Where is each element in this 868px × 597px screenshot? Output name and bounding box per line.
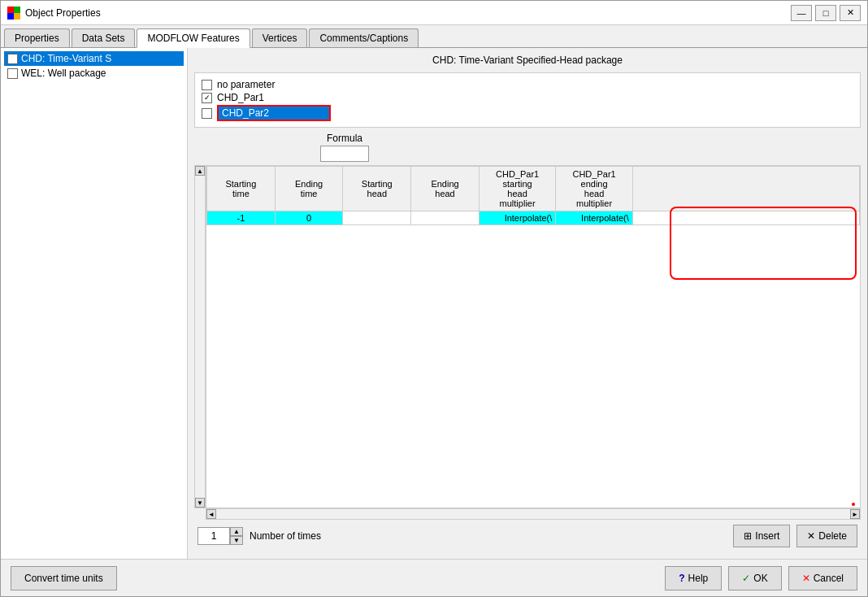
scroll-up-arrow[interactable]: ▲ <box>195 166 205 176</box>
tab-properties[interactable]: Properties <box>4 28 70 47</box>
data-table: Startingtime Endingtime Startinghead End… <box>206 166 860 225</box>
ok-label: OK <box>753 573 767 584</box>
delete-label: Delete <box>818 530 847 542</box>
insert-icon: ⊞ <box>744 530 752 542</box>
vertical-scrollbar[interactable]: ▲ ▼ <box>194 165 206 508</box>
window-title: Object Properties <box>25 7 101 19</box>
wel-label: WEL: Well package <box>21 68 106 79</box>
chd-checkbox[interactable] <box>7 54 18 64</box>
svg-rect-0 <box>7 7 14 13</box>
svg-rect-2 <box>7 13 14 20</box>
chd-par2-checkbox[interactable] <box>202 108 212 119</box>
tab-comments[interactable]: Comments/Captions <box>309 28 419 47</box>
cancel-icon: ✕ <box>802 573 810 584</box>
cell-starting-head[interactable] <box>343 211 411 225</box>
horizontal-scrollbar[interactable]: ◄ ► <box>206 508 861 520</box>
no-param-checkbox[interactable] <box>202 80 212 90</box>
spinner-input[interactable]: 1 <box>197 527 230 545</box>
insert-button[interactable]: ⊞ Insert <box>733 525 790 547</box>
col-starting-head: Startinghead <box>343 167 411 211</box>
ok-button[interactable]: ✓ OK <box>728 566 781 590</box>
param-no-parameter[interactable]: no parameter <box>202 78 853 91</box>
number-of-times-label: Number of times <box>250 530 321 542</box>
footer-left: Convert time units <box>11 566 117 590</box>
col-chd-par1-ending: CHD_Par1endingheadmultiplier <box>556 167 632 211</box>
chd-par1-label: CHD_Par1 <box>217 92 264 103</box>
param-chd-par1[interactable]: CHD_Par1 <box>202 91 853 104</box>
cancel-button[interactable]: ✕ Cancel <box>788 566 857 590</box>
help-button[interactable]: ? Help <box>665 566 722 590</box>
minimize-button[interactable]: — <box>791 5 812 21</box>
right-panel: CHD: Time-Variant Specified-Head package… <box>188 48 867 559</box>
scroll-left-arrow[interactable]: ◄ <box>206 509 216 519</box>
col-ending-head: Endinghead <box>411 167 480 211</box>
no-param-label: no parameter <box>217 79 275 90</box>
table-section: Startingtime Endingtime Startinghead End… <box>206 165 861 508</box>
col-starting-time: Startingtime <box>207 167 276 211</box>
convert-time-units-button[interactable]: Convert time units <box>11 566 117 590</box>
delete-button[interactable]: ✕ Delete <box>796 525 857 547</box>
chd-label: CHD: Time-Variant S <box>21 53 111 64</box>
tab-datasets[interactable]: Data Sets <box>72 28 136 47</box>
spinner-down[interactable]: ▼ <box>230 536 243 545</box>
tab-modflow[interactable]: MODFLOW Features <box>137 28 250 48</box>
formula-area: Formula <box>194 133 861 162</box>
cancel-label: Cancel <box>814 573 844 584</box>
cell-starting-time[interactable]: -1 <box>207 211 276 225</box>
spinner-wrap: 1 ▲ ▼ <box>197 527 243 545</box>
table-wrapper: ▲ ▼ Startingtime Endingtime Startinghead <box>194 165 861 552</box>
cell-ending-time[interactable]: 0 <box>275 211 343 225</box>
title-bar: Object Properties — □ ✕ <box>1 1 867 25</box>
maximize-button[interactable]: □ <box>815 5 836 21</box>
footer: Convert time units ? Help ✓ OK ✕ Cancel <box>1 559 867 596</box>
bottom-controls: 1 ▲ ▼ Number of times ⊞ Insert ✕ <box>194 520 861 552</box>
scroll-right-arrow[interactable]: ► <box>850 509 860 519</box>
ok-icon: ✓ <box>742 573 750 584</box>
close-button[interactable]: ✕ <box>840 5 861 21</box>
formula-input[interactable] <box>320 146 369 162</box>
title-bar-buttons: — □ ✕ <box>791 5 861 21</box>
horizontal-scroll-area: ◄ ► <box>206 508 861 520</box>
formula-label: Formula <box>327 133 362 144</box>
tab-bar: Properties Data Sets MODFLOW Features Ve… <box>1 25 867 48</box>
app-icon <box>7 7 20 20</box>
cell-ending-head[interactable] <box>411 211 480 225</box>
insert-label: Insert <box>755 530 779 542</box>
svg-rect-3 <box>14 13 20 20</box>
chd-par1-checkbox[interactable] <box>202 93 212 103</box>
spinner-up[interactable]: ▲ <box>230 527 243 536</box>
scroll-down-arrow[interactable]: ▼ <box>195 498 205 508</box>
cell-extra <box>632 211 859 225</box>
left-panel: CHD: Time-Variant S WEL: Well package <box>1 48 188 559</box>
help-icon: ? <box>679 573 684 584</box>
tree-item-wel[interactable]: WEL: Well package <box>4 66 184 81</box>
tab-vertices[interactable]: Vertices <box>252 28 308 47</box>
main-window: Object Properties — □ ✕ Properties Data … <box>0 0 868 597</box>
content-area: CHD: Time-Variant S WEL: Well package CH… <box>1 48 867 559</box>
help-label: Help <box>688 573 709 584</box>
convert-time-units-label: Convert time units <box>24 573 103 584</box>
tree-item-chd[interactable]: CHD: Time-Variant S <box>4 51 184 66</box>
chd-par2-label: CHD_Par2 <box>217 105 331 121</box>
footer-right: ? Help ✓ OK ✕ Cancel <box>665 566 857 590</box>
title-bar-left: Object Properties <box>7 7 101 20</box>
col-chd-par1-starting: CHD_Par1startingheadmultiplier <box>479 167 555 211</box>
panel-title: CHD: Time-Variant Specified-Head package <box>194 54 861 66</box>
table-row: -1 0 Interpolate(\ Interpolate(\ <box>207 211 860 225</box>
params-section: no parameter CHD_Par1 CHD_Par2 <box>194 72 861 128</box>
svg-rect-1 <box>14 7 20 13</box>
col-ending-time: Endingtime <box>275 167 343 211</box>
delete-icon: ✕ <box>807 530 815 542</box>
cell-chd-par1-ending[interactable]: Interpolate(\ <box>556 211 632 225</box>
wel-checkbox[interactable] <box>7 68 18 79</box>
red-dot <box>852 503 855 506</box>
cell-chd-par1-starting[interactable]: Interpolate(\ <box>479 211 555 225</box>
param-chd-par2[interactable]: CHD_Par2 <box>202 104 853 122</box>
col-extra <box>632 167 859 211</box>
spinner-buttons: ▲ ▼ <box>230 527 243 545</box>
